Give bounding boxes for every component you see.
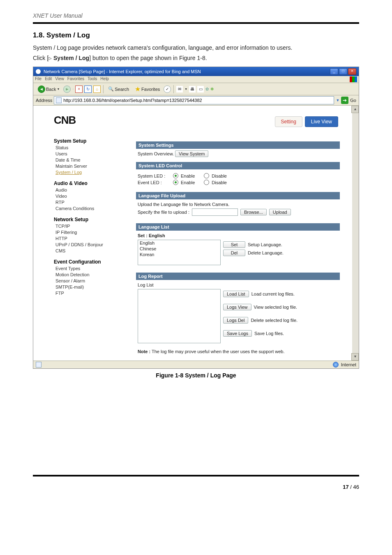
status-page-icon bbox=[36, 362, 42, 368]
system-led-disable-radio[interactable] bbox=[204, 173, 209, 178]
event-led-label: Event LED : bbox=[138, 180, 171, 185]
ie-icon bbox=[36, 69, 41, 74]
note-label: Note : bbox=[138, 349, 150, 354]
edit-button[interactable]: ▭ bbox=[197, 86, 204, 92]
sidebar-item-smtp[interactable]: SMTP(E-mail) bbox=[55, 284, 120, 289]
tab-setting[interactable]: Setting bbox=[275, 116, 302, 127]
ie-addressbar: Address http://193.168.0.36/html/operato… bbox=[33, 95, 359, 106]
menu-tools[interactable]: Tools bbox=[88, 76, 97, 82]
sidebar-item-systemlog[interactable]: System / Log bbox=[55, 170, 120, 175]
sidebar-item-http[interactable]: HTTP bbox=[55, 236, 120, 241]
lang-set-button[interactable]: Set bbox=[223, 241, 245, 248]
forward-button[interactable]: ► bbox=[63, 86, 71, 93]
home-button[interactable]: ⌂ bbox=[93, 86, 101, 93]
menu-edit[interactable]: Edit bbox=[45, 76, 52, 82]
click-post: ] button to open the page shown in Figur… bbox=[89, 55, 207, 61]
search-button[interactable]: 🔍Search bbox=[106, 86, 131, 92]
browse-button[interactable]: Browse... bbox=[240, 209, 267, 215]
maximize-button[interactable]: □ bbox=[339, 68, 347, 75]
favorites-label: Favorites bbox=[141, 87, 160, 92]
system-led-enable-radio[interactable] bbox=[173, 173, 178, 178]
section-log-report: Log Report bbox=[136, 273, 340, 280]
specify-file-label: Specify the file to upload : bbox=[138, 210, 189, 215]
minimize-button[interactable]: _ bbox=[330, 68, 338, 75]
messenger-icon[interactable]: ✽ bbox=[210, 87, 214, 91]
menu-view[interactable]: View bbox=[55, 76, 64, 82]
lang-del-button[interactable]: Del bbox=[223, 250, 245, 256]
load-list-button[interactable]: Load List bbox=[223, 291, 249, 297]
system-overview-label: System Overview. bbox=[138, 151, 174, 156]
header-rule bbox=[33, 22, 359, 24]
page-icon bbox=[56, 97, 62, 103]
menu-file[interactable]: File bbox=[35, 76, 42, 82]
save-logs-button[interactable]: Save Logs bbox=[223, 330, 252, 337]
sidebar-item-status[interactable]: Status bbox=[55, 145, 120, 150]
figure-screenshot: Network Camera [Setup Page] - Internet E… bbox=[33, 67, 359, 369]
stop-button[interactable]: × bbox=[75, 86, 83, 93]
sidebar-item-users[interactable]: Users bbox=[55, 151, 120, 156]
sidebar-item-video[interactable]: Video bbox=[55, 194, 120, 199]
back-icon: ◄ bbox=[38, 86, 45, 93]
go-button[interactable]: ➔ bbox=[341, 97, 348, 104]
page-number: 17 / 46 bbox=[33, 484, 359, 490]
favorites-button[interactable]: ★Favorites bbox=[133, 84, 162, 94]
language-listbox[interactable]: English Chinese Korean bbox=[138, 240, 221, 265]
ie-toolbar: ◄Back▼ ► · × ↻ ⌂ 🔍Search ★Favorites ✓ ✉▼… bbox=[33, 83, 359, 95]
section-system-settings: System Settings bbox=[136, 141, 340, 149]
sidebar-item-motion[interactable]: Motion Detection bbox=[55, 272, 120, 277]
section-heading: 1.8. System / Log bbox=[33, 31, 359, 39]
view-system-button[interactable]: View System bbox=[175, 150, 208, 157]
refresh-button[interactable]: ↻ bbox=[84, 86, 92, 93]
lang-set-desc: Setup Language. bbox=[248, 242, 282, 247]
sidebar-item-ftp[interactable]: FTP bbox=[55, 291, 120, 296]
sidebar-item-cms[interactable]: CMS bbox=[55, 248, 120, 253]
logs-del-button[interactable]: Logs Del bbox=[223, 317, 248, 324]
sidebar-item-upnp[interactable]: UPnP / DDNS / Bonjour bbox=[55, 242, 120, 247]
sidebar-item-datetime[interactable]: Date & Time bbox=[55, 157, 120, 162]
history-button[interactable]: ✓ bbox=[164, 86, 171, 93]
lang-option-korean[interactable]: Korean bbox=[138, 252, 220, 257]
url-field[interactable]: http://193.168.0.36/html/operator/Setup.… bbox=[54, 96, 334, 104]
print-button[interactable]: 🖶 bbox=[189, 86, 196, 92]
event-led-enable-radio[interactable] bbox=[173, 180, 178, 185]
event-led-disable-radio[interactable] bbox=[204, 180, 209, 185]
url-text: http://193.168.0.36/html/operator/Setup.… bbox=[63, 98, 202, 103]
sidebar-item-maintain[interactable]: Maintain Server bbox=[55, 164, 120, 169]
go-label: Go bbox=[350, 98, 356, 103]
triangle-icon: ▷ bbox=[48, 56, 52, 60]
sidebar-item-ipfiltering[interactable]: IP Filtering bbox=[55, 230, 120, 235]
close-button[interactable]: × bbox=[348, 68, 356, 75]
sidebar-item-eventtypes[interactable]: Event Types bbox=[55, 266, 120, 271]
discuss-icon[interactable]: ✿ bbox=[205, 87, 209, 91]
upload-path-input[interactable] bbox=[192, 208, 238, 216]
tab-live-view[interactable]: Live View bbox=[305, 116, 338, 127]
lang-option-chinese[interactable]: Chinese bbox=[138, 246, 220, 252]
star-icon: ★ bbox=[135, 85, 141, 93]
scroll-down-button[interactable]: ▾ bbox=[351, 353, 359, 361]
scroll-up-button[interactable]: ▴ bbox=[351, 106, 359, 113]
section-lang-list: Language List bbox=[136, 223, 340, 231]
sidebar-item-audio[interactable]: Audio bbox=[55, 187, 120, 192]
mail-button[interactable]: ✉ bbox=[176, 86, 183, 92]
log-listbox[interactable] bbox=[138, 289, 221, 343]
sidebar-item-camera-conditions[interactable]: Camera Conditions bbox=[55, 206, 120, 211]
globe-icon bbox=[333, 362, 339, 368]
logs-view-button[interactable]: Logs View bbox=[223, 304, 251, 310]
sidebar-item-rtp[interactable]: RTP bbox=[55, 200, 120, 205]
setup-sidebar: System Setup Status Users Date & Time Ma… bbox=[54, 138, 120, 356]
url-dropdown-icon[interactable]: ▼ bbox=[336, 98, 339, 102]
menu-help[interactable]: Help bbox=[100, 76, 109, 82]
ie-statusbar: Internet bbox=[33, 361, 359, 368]
upload-button[interactable]: Upload bbox=[269, 209, 291, 215]
lang-upload-desc: Upload the Language file to Network Came… bbox=[138, 202, 338, 207]
intro-paragraph: System / Log page provides network camer… bbox=[33, 44, 359, 52]
sidebar-item-sensor[interactable]: Sensor / Alarm bbox=[55, 278, 120, 283]
lang-option-english[interactable]: English bbox=[138, 240, 220, 246]
sidebar-item-tcpip[interactable]: TCP/IP bbox=[55, 224, 120, 229]
back-button[interactable]: ◄Back▼ bbox=[36, 85, 62, 94]
disable-label-2: Disable bbox=[212, 180, 227, 185]
window-title: Network Camera [Setup Page] - Internet E… bbox=[36, 69, 201, 74]
menu-favorites[interactable]: Favorites bbox=[67, 76, 84, 82]
section-led-control: System LED Control bbox=[136, 162, 340, 169]
manual-title: XNET User Manual bbox=[33, 12, 359, 21]
